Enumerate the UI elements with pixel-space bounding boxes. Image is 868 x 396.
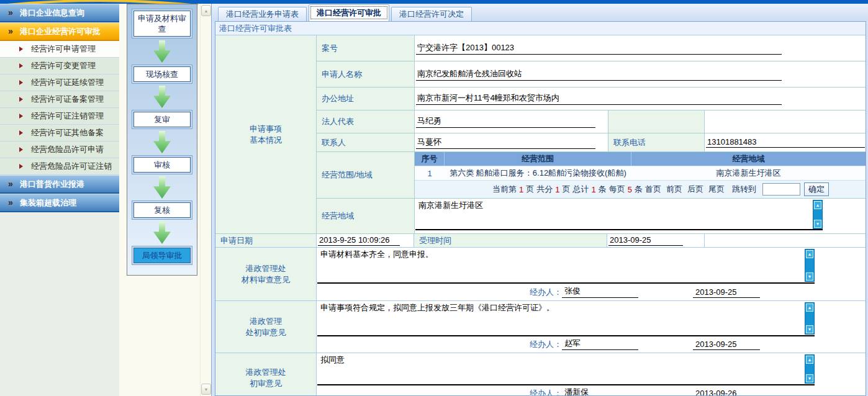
workflow-step-recheck[interactable]: 复核	[133, 202, 191, 218]
field-label-office-address: 办公地址	[317, 88, 415, 110]
pg-prev-link[interactable]: 前页	[666, 184, 682, 195]
opinion-material-review: 港政管理处 材料审查意见 申请材料基本齐全，同意申报。 ▲ ▼ 经办人： 张俊 …	[215, 248, 866, 301]
date-row: 申请日期 2013-9-25 10:09:26 受理时间 2013-09-25	[215, 234, 866, 248]
legal-rep-input[interactable]: 马纪勇	[416, 115, 595, 128]
arrow-icon	[19, 63, 23, 68]
arrow-icon	[19, 47, 23, 52]
field-cell-contact: 马蔓怀	[415, 133, 608, 152]
field-label-accept-time: 受理时间	[414, 234, 607, 248]
subitem-label: 经营危险品许可证注销	[31, 161, 112, 172]
pg-per-suffix: 条	[635, 184, 643, 195]
menu-bullet-icon: »	[8, 197, 13, 207]
office-address-input[interactable]: 南京市新河一村11号4幢郑和农贸市场内	[416, 92, 782, 105]
tab-business-application-form[interactable]: 港口经营业务申请表	[218, 7, 307, 21]
basic-info-section: 申请事项 基本情况 案号 宁交港许字【2013】00123 申请人名称	[215, 35, 866, 234]
sidebar-nav: » 港口企业信息查询 » 港口企业经营许可审批 经营许可申请管理 经营许可变更管…	[0, 4, 119, 396]
scrollbar-track[interactable]	[805, 259, 814, 272]
subitem-label: 经营许可证延续管理	[31, 77, 104, 88]
tab-license-decision[interactable]: 港口经营许可决定	[391, 7, 472, 21]
field-label-contact: 联系人	[317, 133, 415, 152]
handler-label: 经办人：	[530, 287, 562, 298]
case-no-input[interactable]: 宁交港许字【2013】00123	[416, 42, 782, 55]
workflow-step-leader-approval[interactable]: 局领导审批	[133, 248, 191, 263]
opinion-preliminary-review: 港政管理处 初审意见 拟同意 ▲ ▼ 经办人： 潘新保 2013-09-26	[215, 353, 866, 396]
handler-name-input[interactable]: 赵军	[562, 338, 638, 350]
pg-total-suffix: 条	[599, 184, 607, 195]
opinion-label: 港政管理处 初审意见	[215, 353, 317, 396]
subitem-label: 经营许可申请管理	[31, 43, 96, 55]
page-jump-input[interactable]	[762, 183, 800, 196]
main-vertical-scrollbar[interactable]: ▲ ▼	[200, 4, 211, 396]
sidebar-subitem-dangerous-goods-cancel[interactable]: 经营危险品许可证注销	[0, 158, 119, 175]
scroll-up-icon[interactable]: ▲	[201, 5, 211, 16]
sidebar-item-label: 港口企业信息查询	[20, 7, 84, 19]
textarea-scrollbar[interactable]: ▲ ▼	[813, 200, 823, 229]
scroll-down-icon[interactable]: ▼	[806, 325, 813, 333]
sidebar-subitem-dangerous-goods-apply[interactable]: 经营危险品许可申请	[0, 142, 119, 158]
menu-bullet-icon: »	[8, 7, 13, 17]
scroll-up-icon[interactable]: ▲	[806, 250, 813, 258]
workflow-step-application-review[interactable]: 申请及材料审查	[133, 11, 191, 37]
page-jump-ok-button[interactable]: 确定	[804, 182, 829, 196]
opinion-label-line1: 港政管理处	[246, 367, 286, 378]
sidebar-item-port-enterprise-info-query[interactable]: » 港口企业信息查询	[0, 4, 119, 22]
subitem-label: 经营许可证注销管理	[31, 110, 104, 122]
sidebar-subitem-license-apply-mgmt[interactable]: 经营许可申请管理	[0, 41, 119, 58]
handler-date-input[interactable]: 2013-09-26	[693, 389, 760, 396]
pg-last-link[interactable]: 尾页	[708, 184, 725, 195]
scroll-up-icon[interactable]: ▲	[814, 201, 821, 209]
sidebar-item-port-license-approval[interactable]: » 港口企业经营许可审批	[0, 22, 119, 41]
pg-next-link[interactable]: 后页	[687, 184, 703, 195]
textarea-scrollbar[interactable]: ▲ ▼	[805, 249, 815, 282]
opinion-textarea[interactable]: 申请事项符合规定，拟同意上报发放三年期《港口经营许可证》。	[317, 301, 815, 336]
menu-bullet-icon: »	[8, 179, 13, 189]
opinion-textarea[interactable]: 申请材料基本齐全，同意申报。	[317, 248, 815, 284]
apply-date-input[interactable]: 2013-9-25 10:09:26	[318, 235, 400, 246]
down-arrow-icon	[153, 131, 171, 153]
handler-name-input[interactable]: 张俊	[562, 286, 638, 298]
scrollbar-track[interactable]	[813, 210, 822, 219]
sidebar-subitem-license-renewal-mgmt[interactable]: 经营许可证延续管理	[0, 74, 119, 91]
scrollbar-track[interactable]	[805, 312, 814, 325]
arrow-icon	[19, 147, 23, 152]
sidebar-item-label: 港口普货作业报港	[20, 179, 84, 190]
arrow-icon	[19, 130, 23, 135]
sidebar-subitem-license-change-mgmt[interactable]: 经营许可变更管理	[0, 58, 119, 74]
subitem-label: 经营许可变更管理	[31, 60, 96, 71]
scroll-down-icon[interactable]: ▼	[806, 272, 813, 281]
workflow-step-site-check[interactable]: 现场核查	[133, 66, 191, 82]
scroll-down-icon[interactable]: ▼	[201, 384, 211, 395]
textarea-scrollbar[interactable]: ▲ ▼	[805, 302, 815, 335]
sidebar-subitem-license-other-record[interactable]: 经营许可证其他备案	[0, 125, 119, 142]
scroll-down-icon[interactable]: ▼	[806, 374, 813, 382]
area-textarea[interactable]: 南京港新生圩港区	[415, 199, 823, 230]
col-header-area: 经营地域	[631, 152, 866, 166]
scroll-up-icon[interactable]: ▲	[806, 304, 813, 312]
workflow-step-re-review[interactable]: 复审	[133, 112, 191, 127]
sidebar-subitem-license-cancel-mgmt[interactable]: 经营许可证注销管理	[0, 108, 119, 125]
tab-license-approval[interactable]: 港口经营许可审批	[309, 4, 389, 21]
sidebar-item-container-overload[interactable]: » 集装箱超载治理	[0, 194, 119, 212]
sidebar-subitem-license-record-mgmt[interactable]: 经营许可证备案管理	[0, 91, 119, 108]
workflow-step-audit[interactable]: 审核	[133, 157, 191, 173]
handler-date-input[interactable]: 2013-09-25	[693, 287, 760, 298]
opinion-textarea[interactable]: 拟同意	[317, 353, 815, 385]
sidebar-item-general-cargo-report[interactable]: » 港口普货作业报港	[0, 175, 119, 194]
phone-input[interactable]: 13101881483	[706, 137, 865, 148]
subitem-label: 经营许可证其他备案	[31, 127, 104, 138]
pg-first-link[interactable]: 首页	[645, 184, 661, 195]
scroll-up-icon[interactable]: ▲	[806, 356, 813, 364]
field-label-phone: 联系电话	[608, 133, 705, 152]
applicant-input[interactable]: 南京纪发船舶清仓残油回收站	[416, 68, 782, 81]
field-cell-phone: 13101881483	[705, 133, 866, 152]
handler-name-input[interactable]: 潘新保	[562, 387, 638, 396]
handler-date-input[interactable]: 2013-09-25	[693, 340, 760, 350]
scroll-down-icon[interactable]: ▼	[814, 220, 821, 228]
accept-time-input[interactable]: 2013-09-25	[608, 235, 683, 246]
scope-table-row[interactable]: 1 第六类 船舶港口服务：6.12船舶污染物接收(船舶) 南京港新生圩港区	[415, 166, 866, 181]
textarea-scrollbar[interactable]: ▲ ▼	[805, 354, 815, 384]
pg-total-pages-prefix: 共分	[536, 184, 553, 195]
scrollbar-track[interactable]	[805, 364, 814, 374]
approval-form: 港口经营许可审批表 申请事项 基本情况 案号 宁交港许字【2013】00123	[215, 21, 866, 396]
contact-input[interactable]: 马蔓怀	[416, 137, 595, 149]
